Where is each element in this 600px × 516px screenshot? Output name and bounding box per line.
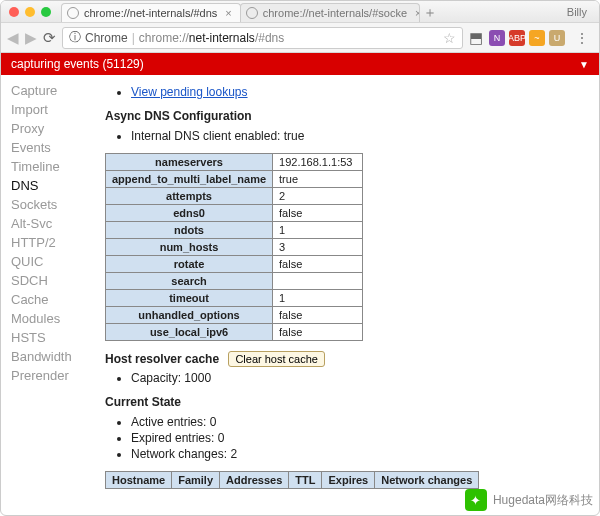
sidebar-item-modules[interactable]: Modules (11, 309, 89, 328)
sidebar-item-altsvc[interactable]: Alt-Svc (11, 214, 89, 233)
adblock-icon[interactable]: ABP (509, 30, 525, 46)
config-row: use_local_ipv6false (106, 324, 363, 341)
state-column-header: Addresses (220, 472, 289, 489)
config-value: true (273, 171, 363, 188)
sidebar-item-prerender[interactable]: Prerender (11, 366, 89, 385)
config-value: 1 (273, 290, 363, 307)
config-row: append_to_multi_label_nametrue (106, 171, 363, 188)
state-column-header: Family (172, 472, 220, 489)
config-key: nameservers (106, 154, 273, 171)
config-row: search (106, 273, 363, 290)
config-value: 2 (273, 188, 363, 205)
host-resolver-cache-label: Host resolver cache (105, 352, 219, 366)
profile-name[interactable]: Billy (567, 6, 591, 18)
config-value: false (273, 307, 363, 324)
capture-status-banner[interactable]: capturing events (51129) ▼ (1, 53, 599, 75)
browser-tab-inactive[interactable]: chrome://net-internals/#socke × (240, 3, 420, 22)
bookmark-star-icon[interactable]: ☆ (443, 30, 456, 46)
config-row: timeout1 (106, 290, 363, 307)
config-row: edns0false (106, 205, 363, 222)
extension-icon[interactable]: N (489, 30, 505, 46)
config-value (273, 273, 363, 290)
omnibox-url-host: net-internals (189, 31, 255, 45)
forward-button[interactable]: ▶ (25, 29, 37, 47)
browser-tab-active[interactable]: chrome://net-internals/#dns × (61, 3, 241, 22)
capacity-line: Capacity: 1000 (131, 371, 587, 385)
sidebar-item-http2[interactable]: HTTP/2 (11, 233, 89, 252)
sidebar-item-bandwidth[interactable]: Bandwidth (11, 347, 89, 366)
config-value: false (273, 205, 363, 222)
sidebar-item-quic[interactable]: QUIC (11, 252, 89, 271)
state-line: Active entries: 0 (131, 415, 587, 429)
minimize-window-button[interactable] (25, 7, 35, 17)
extensions-toggle-icon[interactable]: ⬒ (469, 29, 483, 47)
config-value: 1 (273, 222, 363, 239)
config-row: rotatefalse (106, 256, 363, 273)
config-key: unhandled_options (106, 307, 273, 324)
config-key: append_to_multi_label_name (106, 171, 273, 188)
close-tab-icon[interactable]: × (415, 7, 420, 19)
current-state-heading: Current State (105, 395, 587, 409)
chrome-menu-icon[interactable]: ⋮ (575, 30, 589, 46)
reload-button[interactable]: ⟳ (43, 29, 56, 47)
banner-collapse-icon[interactable]: ▼ (579, 59, 589, 70)
omnibox-origin-chip: ⓘ (69, 29, 81, 46)
omnibox[interactable]: ⓘ Chrome | chrome://net-internals/#dns ☆ (62, 27, 463, 49)
extension-icon[interactable]: U (549, 30, 565, 46)
capture-status-text: capturing events (51129) (11, 57, 144, 71)
watermark-text: Hugedata网络科技 (493, 492, 593, 509)
config-key: ndots (106, 222, 273, 239)
sidebar-item-timeline[interactable]: Timeline (11, 157, 89, 176)
globe-icon (246, 7, 258, 19)
state-column-header: Network changes (375, 472, 479, 489)
async-dns-heading: Async DNS Configuration (105, 109, 587, 123)
tab-title: chrome://net-internals/#dns (84, 7, 217, 19)
sidebar-item-dns[interactable]: DNS (11, 176, 89, 195)
wechat-icon: ✦ (465, 489, 487, 511)
sidebar-item-sdch[interactable]: SDCH (11, 271, 89, 290)
state-column-header: Expires (322, 472, 375, 489)
state-column-header: TTL (289, 472, 322, 489)
sidebar-item-import[interactable]: Import (11, 100, 89, 119)
content-pane: View pending lookups Async DNS Configura… (93, 75, 599, 516)
watermark: ✦ Hugedata网络科技 (465, 489, 593, 511)
zoom-window-button[interactable] (41, 7, 51, 17)
current-state-table: HostnameFamilyAddressesTTLExpiresNetwork… (105, 471, 479, 489)
close-window-button[interactable] (9, 7, 19, 17)
dns-client-enabled-line: Internal DNS client enabled: true (131, 129, 587, 143)
state-column-header: Hostname (106, 472, 172, 489)
view-pending-lookups-link[interactable]: View pending lookups (131, 85, 248, 99)
clear-host-cache-button[interactable]: Clear host cache (228, 351, 325, 367)
config-row: nameservers192.168.1.1:53 (106, 154, 363, 171)
state-line: Network changes: 2 (131, 447, 587, 461)
config-key: timeout (106, 290, 273, 307)
sidebar-item-sockets[interactable]: Sockets (11, 195, 89, 214)
config-row: ndots1 (106, 222, 363, 239)
back-button[interactable]: ◀ (7, 29, 19, 47)
config-key: attempts (106, 188, 273, 205)
config-key: num_hosts (106, 239, 273, 256)
traffic-lights (9, 7, 51, 17)
extension-icons: N ABP ~ U (489, 30, 565, 46)
close-tab-icon[interactable]: × (225, 7, 231, 19)
extension-icon[interactable]: ~ (529, 30, 545, 46)
sidebar-item-hsts[interactable]: HSTS (11, 328, 89, 347)
window-titlebar: chrome://net-internals/#dns × chrome://n… (1, 1, 599, 23)
tab-title: chrome://net-internals/#socke (263, 7, 407, 19)
new-tab-button[interactable]: ＋ (423, 4, 437, 22)
config-key: rotate (106, 256, 273, 273)
config-value: false (273, 324, 363, 341)
omnibox-url-path: /#dns (255, 31, 284, 45)
config-row: attempts2 (106, 188, 363, 205)
sidebar-item-events[interactable]: Events (11, 138, 89, 157)
sidebar-item-capture[interactable]: Capture (11, 81, 89, 100)
browser-toolbar: ◀ ▶ ⟳ ⓘ Chrome | chrome://net-internals/… (1, 23, 599, 53)
omnibox-url-prefix: chrome:// (139, 31, 189, 45)
sidebar-item-cache[interactable]: Cache (11, 290, 89, 309)
config-row: unhandled_optionsfalse (106, 307, 363, 324)
config-key: search (106, 273, 273, 290)
config-key: edns0 (106, 205, 273, 222)
dns-config-table: nameservers192.168.1.1:53append_to_multi… (105, 153, 363, 341)
config-value: 3 (273, 239, 363, 256)
sidebar-item-proxy[interactable]: Proxy (11, 119, 89, 138)
